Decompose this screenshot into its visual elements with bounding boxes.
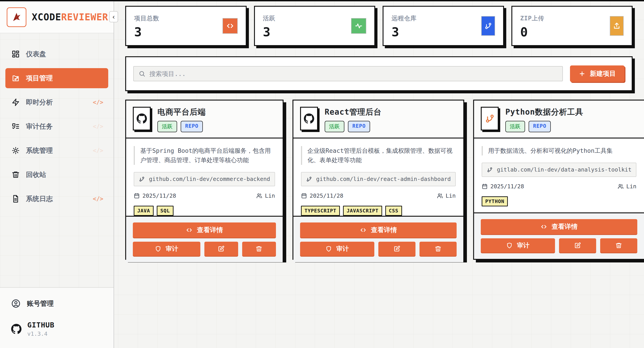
delete-button[interactable]	[600, 238, 637, 253]
project-owner: Lin	[256, 192, 275, 199]
status-badge: 活跃	[158, 121, 177, 132]
sidebar-item-audit-tasks[interactable]: 审计任务 </>	[5, 116, 108, 137]
view-details-button[interactable]: 查看详情	[133, 222, 276, 238]
stat-card-zip-uploads: ZIP上传 0	[512, 6, 633, 46]
card-footer: 查看详情 审计	[294, 216, 463, 262]
top-edge-bar	[0, 0, 644, 1]
stat-value: 3	[263, 24, 366, 39]
users-icon	[618, 183, 624, 189]
tech-tag: PYTHON	[482, 196, 508, 206]
card-footer: 查看详情 审计	[126, 216, 283, 262]
chevron-left-icon: ‹	[112, 13, 115, 21]
edit-pen-icon	[218, 245, 224, 252]
view-details-button[interactable]: 查看详情	[481, 219, 637, 234]
logo-bird-icon	[11, 11, 22, 23]
project-date: 2025/11/28	[301, 192, 344, 199]
tech-tag: TYPESCRIPT	[301, 206, 340, 216]
stat-card-remote-repos: 远程仓库 3	[382, 6, 504, 46]
code-mark-icon: </>	[93, 147, 103, 154]
sidebar-footer: 账号管理 GITHUB v1.3.4	[0, 287, 114, 348]
sidebar-item-system-logs[interactable]: 系统日志 </>	[5, 189, 108, 209]
card-footer: 查看详情 审计	[474, 212, 644, 259]
delete-button[interactable]	[242, 242, 276, 256]
sidebar-item-dashboard[interactable]: 仪表盘	[5, 44, 108, 64]
toolbar: 新建项目	[125, 56, 632, 91]
stat-value: 3	[392, 24, 495, 39]
project-date: 2025/11/28	[134, 192, 176, 199]
project-date: 2025/11/28	[482, 183, 524, 190]
code-mark-icon: </>	[93, 195, 103, 202]
project-card-ecommerce: 电商平台后端 活跃 REPO 基于Spring Boot的电商平台后端服务，包含…	[125, 100, 284, 260]
tech-tag: JAVA	[134, 206, 154, 216]
project-cards: 电商平台后端 活跃 REPO 基于Spring Boot的电商平台后端服务，包含…	[125, 100, 632, 260]
sidebar-item-recycle-bin[interactable]: 回收站	[5, 165, 108, 185]
status-badge: 活跃	[325, 121, 344, 132]
users-icon	[437, 193, 443, 199]
git-branch-icon	[481, 107, 499, 131]
sidebar-item-account[interactable]: 账号管理	[7, 296, 107, 311]
stat-card-active: 活跃 3	[254, 6, 376, 46]
git-branch-icon	[481, 16, 495, 36]
code-icon	[186, 227, 192, 233]
calendar-icon	[482, 183, 488, 189]
tech-tags: PYTHON	[482, 196, 636, 206]
project-owner: Lin	[437, 192, 456, 199]
calendar-icon	[301, 193, 307, 199]
audit-button[interactable]: 审计	[300, 242, 374, 256]
edit-pen-icon	[394, 245, 400, 252]
main-content: 项目总数 3 活跃 3 远程仓库 3 ZIP上传 0 新建项目	[114, 1, 644, 348]
sidebar-nav: 仪表盘 项目管理 即时分析 </> 审计任务 </> 系统管理 </> 回收站 …	[0, 33, 114, 209]
audit-button[interactable]: 审计	[133, 242, 200, 256]
sidebar-collapse-button[interactable]: ‹	[109, 11, 118, 22]
tech-tags: JAVA SQL	[134, 206, 275, 216]
app-title: XCODEREVIEWER	[32, 12, 108, 22]
project-card-react-admin: React管理后台 活跃 REPO 企业级React管理后台模板，集成权限管理、…	[292, 100, 464, 260]
shield-icon	[155, 246, 161, 252]
calendar-icon	[134, 193, 140, 199]
code-icon	[222, 18, 238, 34]
plus-icon	[579, 70, 586, 77]
type-badge: REPO	[348, 121, 370, 132]
file-text-icon	[12, 195, 20, 203]
edit-button[interactable]	[559, 238, 596, 253]
card-header: 电商平台后端 活跃 REPO	[126, 101, 283, 139]
folder-git-icon	[12, 74, 20, 82]
card-header: React管理后台 活跃 REPO	[294, 101, 463, 139]
trash-icon	[12, 171, 20, 179]
project-description: 用于数据清洗、分析和可视化的Python工具集	[482, 146, 636, 156]
type-badge: REPO	[528, 121, 551, 132]
card-body: 用于数据清洗、分析和可视化的Python工具集 gitlab.com/lin-d…	[474, 139, 644, 212]
delete-button[interactable]	[420, 242, 456, 256]
view-details-button[interactable]: 查看详情	[300, 222, 456, 238]
git-branch-icon	[306, 176, 312, 182]
trash-icon	[616, 242, 622, 249]
search-box	[133, 66, 563, 81]
repo-url: github.com/lin-dev/react-admin-dashboard	[301, 172, 456, 186]
stats-row: 项目总数 3 活跃 3 远程仓库 3 ZIP上传 0	[125, 6, 632, 46]
tech-tags: TYPESCRIPT JAVASCRIPT CSS	[301, 206, 456, 216]
card-header: Python数据分析工具 活跃 REPO	[474, 101, 644, 139]
edit-button[interactable]	[204, 242, 238, 256]
new-project-button[interactable]: 新建项目	[570, 65, 624, 82]
search-input[interactable]	[149, 70, 558, 77]
stat-value: 3	[134, 24, 238, 39]
zap-icon	[12, 98, 20, 106]
repo-url: gitlab.com/lin-dev/data-analysis-toolkit	[482, 163, 636, 177]
edit-button[interactable]	[378, 242, 416, 256]
sidebar: XCODEREVIEWER ‹ 仪表盘 项目管理 即时分析 </> 审计任务 <…	[0, 1, 114, 348]
stat-card-total-projects: 项目总数 3	[125, 6, 247, 46]
version-label: v1.3.4	[27, 331, 54, 337]
sidebar-item-system-management[interactable]: 系统管理 </>	[5, 141, 108, 161]
audit-button[interactable]: 审计	[481, 238, 555, 253]
user-circle-icon	[11, 299, 20, 308]
edit-pen-icon	[574, 242, 581, 249]
trash-icon	[256, 245, 262, 252]
sidebar-item-projects[interactable]: 项目管理	[5, 68, 108, 88]
sidebar-item-instant-analysis[interactable]: 即时分析 </>	[5, 92, 108, 112]
project-description: 基于Spring Boot的电商平台后端服务，包含用户管理、商品管理、订单处理等…	[134, 146, 275, 165]
shield-icon	[506, 242, 512, 249]
code-mark-icon: </>	[93, 123, 103, 130]
project-title: React管理后台	[325, 107, 382, 117]
status-badge: 活跃	[505, 121, 525, 132]
tech-tag: SQL	[157, 206, 174, 216]
